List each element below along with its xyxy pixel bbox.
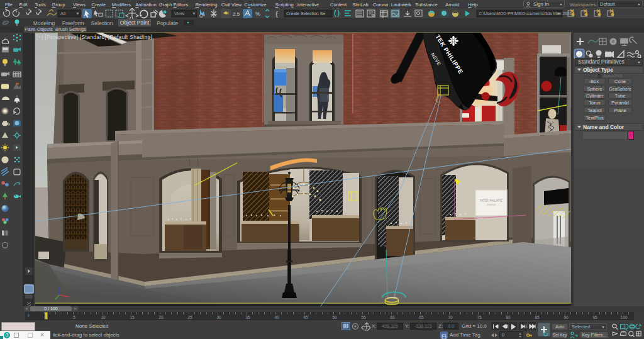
svg-text:GENEVE: GENEVE <box>487 204 496 206</box>
svg-text:{: { <box>275 10 278 18</box>
svg-text:All: All <box>60 11 66 16</box>
svg-text:2.5: 2.5 <box>233 11 240 17</box>
svg-text:PATEK PHILIPPE: PATEK PHILIPPE <box>480 199 502 203</box>
svg-text:[+] [Perspective] [Standard] [: [+] [Perspective] [Standard] [Default Sh… <box>36 34 152 40</box>
svg-text:Create Selection Se: Create Selection Se <box>286 11 325 16</box>
svg-text:View: View <box>174 11 185 16</box>
svg-text:%: % <box>255 11 260 17</box>
